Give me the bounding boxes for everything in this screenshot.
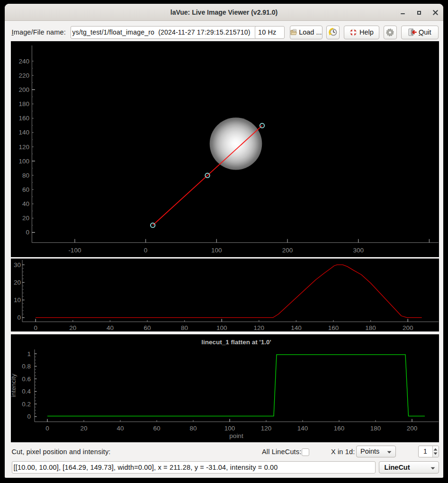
svg-text:160: 160 [328, 324, 339, 331]
svg-text:100: 100 [18, 158, 29, 165]
svg-text:0.8: 0.8 [22, 363, 31, 370]
svg-text:160: 160 [334, 425, 345, 432]
svg-text:-100: -100 [68, 247, 81, 254]
svg-text:80: 80 [181, 324, 188, 331]
svg-text:point: point [229, 432, 243, 439]
svg-text:120: 120 [254, 324, 265, 331]
svg-text:140: 140 [297, 425, 308, 432]
svg-text:140: 140 [291, 324, 302, 331]
svg-text:120: 120 [18, 143, 29, 151]
svg-text:0: 0 [26, 229, 29, 236]
svg-text:0: 0 [17, 314, 21, 322]
svg-text:200: 200 [407, 425, 418, 432]
svg-text:0.2: 0.2 [22, 401, 31, 408]
svg-text:0: 0 [144, 247, 148, 254]
svg-text:30: 30 [14, 261, 21, 268]
svg-text:240: 240 [18, 58, 29, 65]
svg-text:160: 160 [18, 115, 29, 122]
svg-text:180: 180 [370, 425, 381, 432]
svg-text:60: 60 [22, 186, 29, 193]
svg-text:100: 100 [216, 324, 227, 331]
svg-text:40: 40 [116, 425, 124, 432]
svg-text:100: 100 [224, 425, 235, 432]
svg-text:0.6: 0.6 [22, 376, 31, 383]
svg-text:intencity: intencity [11, 374, 17, 397]
svg-text:0: 0 [27, 413, 31, 420]
svg-text:20: 20 [14, 279, 21, 286]
svg-text:20: 20 [22, 215, 29, 222]
svg-text:120: 120 [261, 425, 272, 432]
svg-text:60: 60 [153, 425, 160, 432]
svg-text:200: 200 [282, 247, 293, 254]
svg-text:20: 20 [69, 324, 76, 331]
svg-text:0: 0 [45, 425, 49, 432]
svg-text:100: 100 [211, 247, 222, 254]
svg-text:180: 180 [18, 100, 29, 107]
svg-text:140: 140 [18, 129, 29, 136]
svg-text:300: 300 [353, 247, 364, 254]
svg-text:80: 80 [22, 172, 29, 179]
svg-text:40: 40 [107, 324, 114, 331]
svg-text:220: 220 [18, 72, 29, 79]
svg-text:0.4: 0.4 [22, 388, 31, 395]
svg-text:linecut_1 flatten at '1.0': linecut_1 flatten at '1.0' [201, 339, 271, 346]
svg-text:200: 200 [18, 86, 29, 93]
svg-text:1: 1 [27, 350, 31, 358]
svg-text:10: 10 [14, 296, 21, 304]
svg-text:180: 180 [365, 324, 376, 331]
svg-text:80: 80 [189, 425, 197, 432]
svg-text:60: 60 [143, 324, 151, 331]
svg-text:200: 200 [403, 324, 413, 331]
svg-text:0: 0 [34, 324, 37, 331]
svg-text:40: 40 [22, 200, 29, 207]
svg-text:20: 20 [80, 425, 87, 432]
